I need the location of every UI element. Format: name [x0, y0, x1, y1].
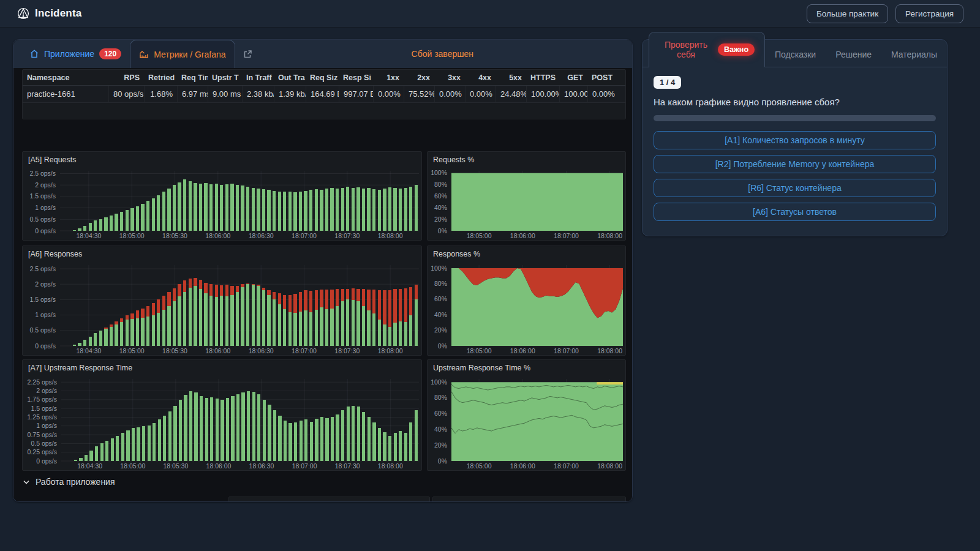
cell-4xx: 0.00% [465, 86, 496, 102]
application-count-badge: 120 [99, 48, 121, 59]
col-retried: Retried [144, 70, 177, 85]
tab-application[interactable]: Приложение 120 [21, 40, 130, 68]
incidenta-logo-icon [17, 7, 30, 20]
chevron-down-icon [23, 480, 29, 484]
svg-text:18:05:30: 18:05:30 [162, 347, 187, 354]
svg-text:18:06:30: 18:06:30 [249, 347, 274, 354]
svg-text:18:05:00: 18:05:00 [120, 462, 145, 470]
col-out-tra: Out Tra [274, 70, 306, 85]
col-5xx: 5xx [496, 70, 526, 85]
cell-req-siz: 164.69 B [306, 86, 339, 102]
svg-text:18:07:00: 18:07:00 [554, 347, 579, 354]
panel-title: [A7] Upstream Response Time [28, 364, 132, 372]
svg-text:20%: 20% [434, 326, 447, 334]
svg-text:18:06:30: 18:06:30 [249, 462, 274, 470]
cell-resp-si: 997.07 B [339, 86, 373, 102]
answer-option-2[interactable]: [R2] Потребление Memory у контейнера [654, 155, 936, 173]
panel-title: [B1] Cache hit rate % ⓘ [433, 497, 625, 502]
top-navbar: Incidenta Больше практик Регистрация [0, 0, 980, 28]
svg-text:0.75 ops/s: 0.75 ops/s [28, 431, 57, 438]
chart-icon [139, 50, 149, 59]
table-row: practice-166180 ops/s1.68%6.97 ms9.00 ms… [23, 86, 625, 103]
register-button[interactable]: Регистрация [895, 4, 963, 23]
svg-text:100%: 100% [431, 264, 447, 272]
svg-text:60%: 60% [434, 192, 447, 200]
answer-option-1[interactable]: [A1] Количество запросов в минуту [654, 131, 936, 149]
svg-text:100%: 100% [431, 169, 447, 176]
chart-responses-pct: 0%20%40%60%80%100%18:05:0018:06:0018:07:… [428, 262, 626, 355]
tab-metrics-grafana[interactable]: Метрики / Grafana [130, 40, 235, 68]
col-1xx: 1xx [373, 70, 404, 85]
svg-text:18:05:30: 18:05:30 [162, 232, 187, 239]
svg-text:18:08:00: 18:08:00 [378, 462, 403, 470]
svg-text:18:07:00: 18:07:00 [292, 347, 317, 354]
tab-metrics-label: Метрики / Grafana [154, 50, 225, 59]
tab-check-yourself[interactable]: Проверить себя Важно [649, 32, 765, 67]
svg-text:0.5 ops/s: 0.5 ops/s [31, 440, 57, 447]
svg-text:1.5 ops/s: 1.5 ops/s [31, 405, 57, 412]
svg-text:18:04:30: 18:04:30 [76, 347, 101, 354]
svg-text:18:04:30: 18:04:30 [77, 462, 102, 470]
cell-upstr-t: 9.00 ms [208, 86, 242, 102]
brand-name: Incidenta [35, 7, 81, 20]
namespace-table-panel: NamespaceRPSRetriedReq TimUpstr TIn Traf… [22, 69, 626, 119]
svg-text:1.75 ops/s: 1.75 ops/s [28, 395, 57, 403]
panel-title: [A5] Requests [28, 156, 77, 164]
svg-text:80%: 80% [434, 181, 447, 188]
grafana-dashboard: NamespaceRPSRetriedReq TimUpstr TIn Traf… [13, 68, 633, 502]
svg-text:18:05:00: 18:05:00 [467, 462, 492, 470]
svg-text:40%: 40% [434, 425, 447, 433]
svg-text:18:07:00: 18:07:00 [554, 462, 579, 470]
svg-text:20%: 20% [434, 216, 447, 223]
svg-text:18:08:00: 18:08:00 [597, 347, 622, 354]
cell-retried: 1.68% [144, 86, 177, 102]
svg-text:40%: 40% [434, 204, 447, 211]
panel-title: Текущая версия приложения [22, 497, 225, 502]
svg-text:18:05:00: 18:05:00 [467, 232, 492, 239]
svg-text:2.5 ops/s: 2.5 ops/s [29, 170, 56, 177]
answer-options: [A1] Количество запросов в минуту[R2] По… [654, 131, 936, 221]
svg-text:18:06:00: 18:06:00 [205, 347, 230, 354]
tab-materials[interactable]: Материалы [881, 42, 947, 67]
svg-text:18:07:00: 18:07:00 [292, 232, 317, 239]
svg-text:2 ops/s: 2 ops/s [36, 387, 57, 394]
table-header-row: NamespaceRPSRetriedReq TimUpstr TIn Traf… [23, 70, 625, 86]
svg-text:0 ops/s: 0 ops/s [35, 227, 56, 234]
more-practices-button[interactable]: Больше практик [807, 4, 888, 23]
open-external-button[interactable] [243, 49, 253, 59]
answer-option-3[interactable]: [R6] Статус контейнера [654, 179, 936, 197]
tab-application-label: Приложение [44, 49, 94, 59]
col-req-tim: Req Tim [177, 70, 208, 85]
svg-text:1.25 ops/s: 1.25 ops/s [28, 413, 57, 421]
tab-solution[interactable]: Решение [826, 42, 881, 67]
svg-text:0%: 0% [438, 227, 447, 234]
chart-a6-responses: 0 ops/s0.5 ops/s1 ops/s1.5 ops/s2 ops/s2… [23, 262, 422, 355]
cell-namespace: practice-1661 [23, 86, 108, 102]
svg-text:18:08:00: 18:08:00 [597, 232, 622, 239]
svg-text:18:06:00: 18:06:00 [510, 232, 535, 239]
svg-text:2.25 ops/s: 2.25 ops/s [28, 378, 57, 386]
panel-a6-responses: [A6] Responses 0 ops/s0.5 ops/s1 ops/s1.… [22, 246, 422, 356]
svg-text:18:04:30: 18:04:30 [76, 232, 101, 239]
answer-option-4[interactable]: [A6] Статусы ответов [654, 203, 936, 221]
panel-current-app-version: Текущая версия приложения [22, 497, 225, 502]
panel-title: Upstream Response Time % [433, 364, 530, 372]
svg-text:18:07:30: 18:07:30 [334, 347, 360, 354]
svg-text:18:06:00: 18:06:00 [206, 462, 232, 470]
workspace-tabstrip: Приложение 120 Метрики / Grafana Сбой за [13, 40, 632, 68]
cell-2xx: 75.52% [404, 86, 434, 102]
panel-b2-app-version: [B2] App version [228, 497, 430, 502]
panel-title: Requests % [433, 156, 474, 164]
svg-text:18:07:00: 18:07:00 [292, 462, 317, 470]
svg-text:60%: 60% [434, 295, 447, 302]
svg-text:100%: 100% [431, 378, 447, 386]
section-app-work[interactable]: Работа приложения [23, 477, 115, 487]
svg-text:2.5 ops/s: 2.5 ops/s [29, 265, 56, 272]
col-req-siz: Req Siz [306, 70, 339, 85]
tab-hints[interactable]: Подсказки [765, 42, 826, 67]
svg-text:18:08:00: 18:08:00 [597, 462, 622, 470]
svg-text:0 ops/s: 0 ops/s [36, 457, 57, 465]
panel-requests-pct: Requests % 0%20%40%60%80%100%18:05:0018:… [427, 151, 626, 241]
tab-check-yourself-label: Проверить себя [659, 40, 713, 59]
svg-text:1.5 ops/s: 1.5 ops/s [29, 192, 56, 200]
